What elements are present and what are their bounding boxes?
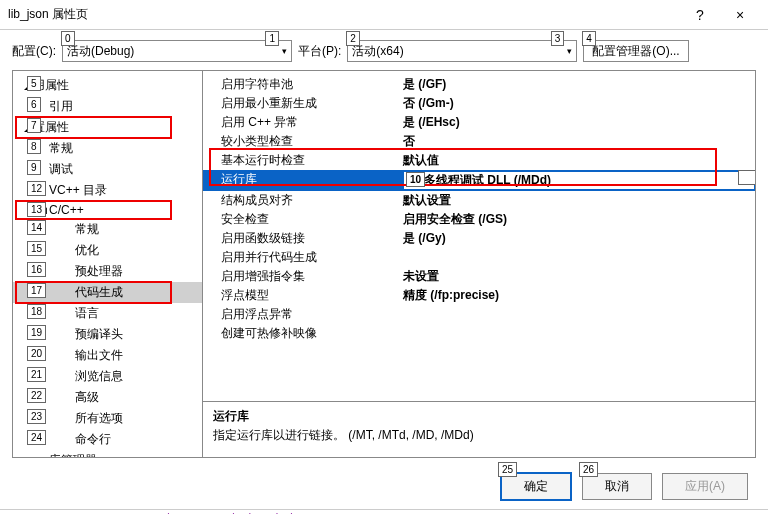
property-row[interactable]: 启用函数级链接是 (/Gy) xyxy=(203,229,755,248)
tree-label: 引用 xyxy=(49,98,73,115)
tree-item[interactable]: 输出文件20 xyxy=(13,345,202,366)
prop-name: 基本运行时检查 xyxy=(203,152,403,169)
toolbar: 配置(C): 0 活动(Debug) ▾ 1 平台(P): 2 活动(x64) … xyxy=(0,30,768,70)
tree-item[interactable]: 代码生成17 xyxy=(13,282,202,303)
tree-item[interactable]: 所有选项23 xyxy=(13,408,202,429)
property-row[interactable]: 启用增强指令集未设置 xyxy=(203,267,755,286)
tree-item[interactable]: 优化15 xyxy=(13,240,202,261)
prop-name: 启用浮点异常 xyxy=(203,306,403,323)
tree-label: 命令行 xyxy=(75,431,111,448)
tree-item[interactable]: 常规14 xyxy=(13,219,202,240)
prop-name: 启用增强指令集 xyxy=(203,268,403,285)
tree-item[interactable]: 引用6 xyxy=(13,96,202,117)
prop-value: 是 (/Gy) xyxy=(403,230,755,247)
tree-item[interactable]: 预处理器16 xyxy=(13,261,202,282)
tree-label: 优化 xyxy=(75,242,99,259)
property-row[interactable]: 较小类型检查否 xyxy=(203,132,755,151)
property-row[interactable]: 启用并行代码生成 xyxy=(203,248,755,267)
ok-button[interactable]: 25 确定 xyxy=(500,472,572,501)
tree-label: 预编译头 xyxy=(75,326,123,343)
tree-item[interactable]: 预编译头19 xyxy=(13,324,202,345)
tree-label: 库管理器 xyxy=(49,452,97,457)
property-row[interactable]: 运行库多线程调试 DLL (/MDd)▾1011 xyxy=(203,170,755,191)
property-row[interactable]: 结构成员对齐默认设置 xyxy=(203,191,755,210)
expand-icon[interactable]: ▷ xyxy=(37,456,49,458)
tree-item[interactable]: ◢置属性7 xyxy=(13,117,202,138)
prop-value: 未设置 xyxy=(403,268,755,285)
help-button[interactable]: ? xyxy=(680,7,720,23)
config-label: 配置(C): xyxy=(12,43,56,60)
property-row[interactable]: 启用浮点异常 xyxy=(203,305,755,324)
prop-value: 默认值 xyxy=(403,152,755,169)
chevron-down-icon: ▾ xyxy=(567,46,572,56)
prop-value: 否 (/Gm-) xyxy=(403,95,755,112)
tree-label: 代码生成 xyxy=(75,284,123,301)
prop-value xyxy=(403,325,755,342)
prop-name: 启用最小重新生成 xyxy=(203,95,403,112)
tree-item[interactable]: ◢用属性5 xyxy=(13,75,202,96)
prop-name: 结构成员对齐 xyxy=(203,192,403,209)
tag-2: 2 xyxy=(346,31,360,46)
property-row[interactable]: 启用最小重新生成否 (/Gm-) xyxy=(203,94,755,113)
platform-combo[interactable]: 2 活动(x64) ▾ 3 xyxy=(347,40,577,62)
close-button[interactable]: × xyxy=(720,7,760,23)
tag-0: 0 xyxy=(61,31,75,46)
prop-value: 精度 (/fp:precise) xyxy=(403,287,755,304)
prop-value xyxy=(403,249,755,266)
property-row[interactable]: 创建可热修补映像 xyxy=(203,324,755,343)
tree-item[interactable]: 常规8 xyxy=(13,138,202,159)
tree-label: 常规 xyxy=(49,140,73,157)
prop-name: 运行库 xyxy=(203,171,403,190)
tree-label: 常规 xyxy=(75,221,99,238)
prop-value: 是 (/EHsc) xyxy=(403,114,755,131)
prop-value: 否 xyxy=(403,133,755,150)
property-row[interactable]: 启用字符串池是 (/GF) xyxy=(203,75,755,94)
config-manager-button[interactable]: 4 配置管理器(O)... xyxy=(583,40,688,62)
tree-item[interactable]: ◢C/C++13 xyxy=(13,201,202,219)
window-title: lib_json 属性页 xyxy=(8,6,680,23)
tree-item[interactable]: 命令行24 xyxy=(13,429,202,450)
prop-name: 浮点模型 xyxy=(203,287,403,304)
tag-1: 1 xyxy=(265,31,279,46)
tree-item[interactable]: 语言18 xyxy=(13,303,202,324)
tree-item[interactable]: ▷库管理器 xyxy=(13,450,202,457)
property-row[interactable]: 启用 C++ 异常是 (/EHsc) xyxy=(203,113,755,132)
property-panel: 启用字符串池是 (/GF)启用最小重新生成否 (/Gm-)启用 C++ 异常是 … xyxy=(203,71,755,457)
tree-label: VC++ 目录 xyxy=(49,182,107,199)
prop-value: 是 (/GF) xyxy=(403,76,755,93)
tree-label: 所有选项 xyxy=(75,410,123,427)
property-row[interactable]: 基本运行时检查默认值 xyxy=(203,151,755,170)
cancel-button[interactable]: 26 取消 xyxy=(582,473,652,500)
tree-label: C/C++ xyxy=(49,203,84,217)
desc-title: 运行库 xyxy=(213,408,745,425)
tree-label: 预处理器 xyxy=(75,263,123,280)
tree-item[interactable]: 调试9 xyxy=(13,159,202,180)
nav-tree[interactable]: ◢用属性5引用6◢置属性7常规8调试9VC++ 目录12◢C/C++13常规14… xyxy=(13,71,203,457)
prop-value[interactable]: 多线程调试 DLL (/MDd)▾10 xyxy=(403,171,755,190)
prop-value: 启用安全检查 (/GS) xyxy=(403,211,755,228)
footer-code: JSONCPP_STRING::size_type indexDigit = xyxy=(0,509,768,514)
tree-item[interactable]: VC++ 目录12 xyxy=(13,180,202,201)
tree-label: 调试 xyxy=(49,161,73,178)
prop-value: 默认设置 xyxy=(403,192,755,209)
tree-label: 高级 xyxy=(75,389,99,406)
titlebar: lib_json 属性页 ? × xyxy=(0,0,768,30)
chevron-down-icon: ▾ xyxy=(282,46,287,56)
property-row[interactable]: 浮点模型精度 (/fp:precise) xyxy=(203,286,755,305)
prop-name: 较小类型检查 xyxy=(203,133,403,150)
tree-label: 输出文件 xyxy=(75,347,123,364)
prop-name: 安全检查 xyxy=(203,211,403,228)
tree-item[interactable]: 浏览信息21 xyxy=(13,366,202,387)
dialog-buttons: 25 确定 26 取消 应用(A) xyxy=(0,466,768,509)
tree-label: 语言 xyxy=(75,305,99,322)
prop-name: 启用字符串池 xyxy=(203,76,403,93)
desc-body: 指定运行库以进行链接。 (/MT, /MTd, /MD, /MDd) xyxy=(213,427,745,444)
config-combo[interactable]: 0 活动(Debug) ▾ 1 xyxy=(62,40,292,62)
prop-name: 启用 C++ 异常 xyxy=(203,114,403,131)
tag-3: 3 xyxy=(551,31,565,46)
apply-button[interactable]: 应用(A) xyxy=(662,473,748,500)
property-grid[interactable]: 启用字符串池是 (/GF)启用最小重新生成否 (/Gm-)启用 C++ 异常是 … xyxy=(203,71,755,401)
description-panel: 运行库 指定运行库以进行链接。 (/MT, /MTd, /MD, /MDd) xyxy=(203,401,755,457)
property-row[interactable]: 安全检查启用安全检查 (/GS) xyxy=(203,210,755,229)
tree-item[interactable]: 高级22 xyxy=(13,387,202,408)
